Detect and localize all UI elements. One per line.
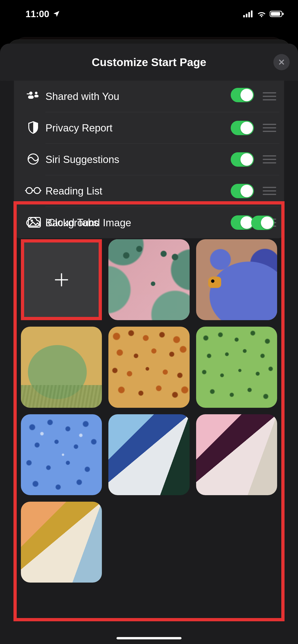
row-privacy-report[interactable]: Privacy Report bbox=[14, 112, 284, 144]
reorder-handle[interactable] bbox=[262, 187, 277, 195]
svg-point-7 bbox=[29, 92, 33, 95]
background-tile-butterfly[interactable] bbox=[108, 239, 189, 320]
highlight-background-section: Background Image bbox=[14, 201, 284, 621]
glasses-icon bbox=[25, 186, 41, 196]
image-icon bbox=[28, 217, 41, 228]
status-time: 11:00 bbox=[26, 9, 49, 19]
close-button[interactable] bbox=[273, 54, 290, 70]
background-tile-parrot[interactable] bbox=[21, 327, 102, 408]
background-grid bbox=[19, 238, 279, 585]
location-arrow-icon bbox=[53, 10, 60, 18]
wifi-icon bbox=[257, 10, 266, 18]
svg-rect-5 bbox=[271, 12, 280, 16]
svg-rect-1 bbox=[246, 14, 247, 18]
plus-icon bbox=[53, 272, 70, 288]
svg-rect-11 bbox=[27, 94, 30, 94]
highlight-add-tile bbox=[21, 239, 102, 320]
background-tile-bear[interactable] bbox=[196, 239, 277, 320]
svg-point-9 bbox=[35, 92, 38, 94]
shield-icon bbox=[28, 121, 39, 135]
row-shared-with-you[interactable]: Shared with You bbox=[14, 81, 284, 112]
svg-rect-3 bbox=[251, 10, 252, 18]
row-label: Shared with You bbox=[46, 91, 119, 102]
background-image-section: Background Image bbox=[17, 204, 281, 588]
background-image-header: Background Image bbox=[19, 208, 279, 238]
svg-rect-2 bbox=[248, 12, 250, 18]
svg-point-13 bbox=[26, 188, 32, 194]
toggle-reading-list[interactable] bbox=[231, 184, 254, 198]
reorder-handle[interactable] bbox=[262, 92, 277, 100]
background-tile-tri-orange[interactable] bbox=[21, 502, 102, 582]
background-tile-confetti[interactable] bbox=[108, 327, 189, 408]
svg-rect-10 bbox=[34, 95, 39, 97]
home-indicator bbox=[117, 637, 181, 639]
toggle-shared-with-you[interactable] bbox=[231, 88, 254, 102]
close-icon bbox=[277, 58, 285, 66]
svg-rect-6 bbox=[282, 13, 283, 15]
svg-point-14 bbox=[34, 188, 40, 194]
toggle-siri-suggestions[interactable] bbox=[231, 152, 254, 167]
svg-point-16 bbox=[31, 220, 33, 222]
row-label: Siri Suggestions bbox=[46, 154, 119, 165]
svg-rect-0 bbox=[243, 15, 245, 18]
reorder-handle[interactable] bbox=[262, 124, 277, 132]
toggle-privacy-report[interactable] bbox=[231, 121, 254, 135]
background-tile-bluedots[interactable] bbox=[21, 414, 102, 495]
row-label: Privacy Report bbox=[46, 122, 113, 134]
battery-icon bbox=[270, 10, 284, 18]
customize-sheet: Customize Start Page Shared with You bbox=[0, 44, 298, 644]
sheet-title: Customize Start Page bbox=[92, 56, 206, 68]
row-siri-suggestions[interactable]: Siri Suggestions bbox=[14, 144, 284, 175]
cellular-signal-icon bbox=[243, 10, 253, 18]
background-tile-tri-pink[interactable] bbox=[196, 414, 277, 495]
svg-rect-8 bbox=[28, 96, 34, 99]
background-tile-tri-blue[interactable] bbox=[108, 414, 189, 495]
background-tile-green[interactable] bbox=[196, 327, 277, 408]
siri-icon bbox=[27, 153, 39, 166]
add-background-button[interactable] bbox=[24, 242, 99, 317]
svg-rect-15 bbox=[28, 218, 40, 227]
toggle-background-image[interactable] bbox=[251, 216, 274, 230]
row-label: Reading List bbox=[46, 185, 102, 197]
reorder-handle[interactable] bbox=[262, 155, 277, 164]
people-icon bbox=[27, 91, 40, 102]
sheet-header: Customize Start Page bbox=[0, 44, 298, 81]
status-bar: 11:00 bbox=[0, 0, 298, 28]
background-image-label: Background Image bbox=[46, 217, 131, 228]
